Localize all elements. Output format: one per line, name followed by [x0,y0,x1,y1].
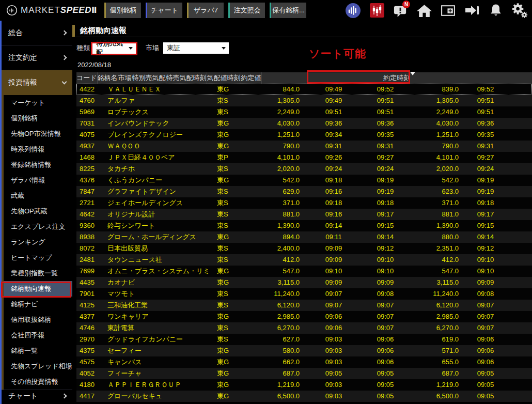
cell-executed-time: 09:05 [465,391,506,402]
sidebar-submenu-item[interactable]: 銘柄一覧 [4,343,72,359]
sidebar-submenu-item[interactable]: 武蔵 [4,188,72,204]
table-row[interactable]: 4417 グローバルセキュ 東G 6,500.0 09:03 09:05 6,5… [76,391,532,402]
notification-message-icon[interactable]: N [392,2,409,19]
home-icon[interactable] [416,2,433,19]
table-row[interactable]: 5969 ロブテックス 東S 2,249.0 09:51 09:51 2,249… [76,106,532,118]
table-header-cell[interactable]: コード [76,72,98,84]
table-row[interactable]: 9360 鈴与シンワート 東S 1,390.0 09:14 09:15 1,39… [76,220,532,231]
table-row[interactable]: 4575 キャンバス 東G 662.0 09:03 09:06 655.0 09… [76,356,532,368]
table-header-cell[interactable]: 銘柄名 [98,72,118,84]
table-row[interactable]: 2481 タウンニュース社 東S 412.0 09:09 09:10 412.0… [76,254,532,266]
table-row[interactable]: 4435 カオナビ 東G 3,115.0 09:09 09:09 3,115.0… [76,277,532,288]
sidebar-submenu-item[interactable]: ザラバ情報 [4,173,72,188]
sidebar-submenu-item[interactable]: ランキング [4,235,72,250]
table-row[interactable]: 4180 ＡＰＰＩＥＲＧＲＯＵＰ 東G 1,219.0 09:03 09:05 … [76,379,532,391]
topbar-tab[interactable]: ザラバ7 [187,3,224,18]
cell-executed-time: 09:10 [465,266,506,277]
table-row[interactable]: 4376 くふうカンパニー 東G 542.0 09:18 09:19 542.0… [76,175,532,186]
candlestick-chart-icon[interactable] [368,2,385,19]
cell-quote-time: 09:18 [359,197,411,209]
logout-icon[interactable] [463,2,480,19]
cell-executed-price: 687.0 [411,368,465,379]
sidebar-item-general[interactable]: 総合 [2,21,72,45]
sort-indicator-icon[interactable] [410,72,415,75]
table-header-cell[interactable]: 約定時刻 [262,72,532,84]
sidebar-submenu-item[interactable]: 会社四季報 [4,328,72,343]
cell-code: 7901 [76,288,106,300]
sidebar-submenu-item[interactable]: 時系列情報 [4,142,72,157]
table-row[interactable]: 2721 ジェイホールディングス 東S 371.0 09:18 09:18 37… [76,197,532,209]
cell-code: 4435 [76,277,106,288]
table-row[interactable]: 7031 インバウンドテック 東G 4,030.0 09:36 09:36 4,… [76,118,532,129]
table-header-cell[interactable]: 特別売気配 [132,72,166,84]
table-row[interactable]: 7901 マツモト 東S 11,240.0 09:07 09:08 11,240… [76,288,532,300]
table-row[interactable]: 4760 アルファ 東S 1,305.0 09:49 09:51 1,305.0… [76,95,532,106]
table-row[interactable]: 4746 東計電算 東S 6,270.0 09:06 09:07 6,270.0… [76,322,532,334]
cell-stock-name: くふうカンパニー [106,175,212,186]
topbar-tab[interactable]: 保有銘柄... [270,3,306,18]
sidebar-item-orders[interactable]: 注文約定 [2,45,72,70]
table-row[interactable]: 8938 グローム・ホールディングス 東G 894.0 09:11 09:14 … [76,231,532,243]
cell-market: 東S [212,254,237,266]
sidebar-submenu-item[interactable]: 先物OP市況情報 [4,126,72,142]
sidebar-item-label: 投資情報 [8,78,37,87]
table-header-cell[interactable]: 市場 [118,72,132,84]
table-row[interactable]: 4937 ＷＡＱＯＯ 東G 790.0 09:31 09:31 790.0 09… [76,141,532,152]
sidebar-submenu-item[interactable]: 業種別指数一覧 [4,266,72,281]
bell-icon[interactable] [487,2,504,19]
table-row[interactable]: 7699 オムニ・プラス・システム・リミ 東G 547.0 09:10 09:1… [76,266,532,277]
topbar-tab[interactable]: 注文照会 [228,3,265,18]
cell-special-quote-time: 09:18 [308,175,359,186]
cell-market: 東S [212,186,237,197]
cell-code: 4422 [76,84,106,95]
table-row[interactable]: 1468 ＪＰＸ日経４００ベア 東P 4,101.0 09:26 09:27 4… [76,152,532,163]
sidebar-submenu-item[interactable]: 信用取扱銘柄 [4,312,72,328]
sidebar-submenu-item[interactable]: 先物スプレッド相場表 [4,359,72,374]
cell-executed-price: 1,305.0 [411,95,465,106]
market-dropdown[interactable]: 東証 [163,42,229,54]
sidebar-submenu-item[interactable]: 先物OP武蔵 [4,204,72,219]
cell-stock-name: キャンバス [106,356,212,368]
table-row[interactable]: 7847 グラファイトデザイン 東S 629.0 09:16 09:19 623… [76,186,532,197]
market-pulse-icon[interactable] [345,2,362,19]
sidebar-submenu-item[interactable]: ヒートマップ [4,250,72,266]
sidebar-submenu-item[interactable]: マーケット [4,95,72,111]
cell-special-ask-quote: 2,020.0 [237,163,308,175]
add-window-icon[interactable] [440,2,457,19]
cell-special-ask-quote: 1,305.0 [237,95,308,106]
cell-special-ask-quote: 2,985.0 [237,311,308,322]
table-row[interactable]: 4377 ワンキャリア 東G 2,985.0 09:06 09:07 2,985… [76,311,532,322]
cell-code: 4937 [76,141,106,152]
topbar-tab[interactable]: 個別銘柄 [104,3,141,18]
table-row[interactable]: 4075 ブレインズテクノロジー 東G 1,251.0 09:34 09:35 … [76,129,532,141]
cell-code: 4377 [76,311,106,322]
table-header-cell[interactable]: 気配値時刻 [207,72,241,84]
cell-market: 東S [212,220,237,231]
table-row[interactable]: 4422 ＶＡＬＵＥＮＥＸ 東G 844.0 09:49 09:52 839.0… [76,84,532,95]
sidebar-submenu-item[interactable]: エクスプレス注文 [4,219,72,235]
cell-special-ask-quote: 662.0 [237,356,308,368]
table-header-cell[interactable]: 約定値 [241,72,262,84]
cell-market: 東S [212,243,237,254]
table-row[interactable]: 4125 三和油化工業 東S 6,120.0 09:07 09:07 6,120… [76,300,532,311]
cell-executed-price: 2,249.0 [411,106,465,118]
sidebar-submenu-item[interactable]: 個別銘柄 [4,111,72,126]
sidebar-submenu-item[interactable]: 銘柄動向速報 [4,281,72,297]
sidebar-submenu-item[interactable]: その他投資情報 [4,374,72,390]
sidebar-item-chart[interactable]: チャート [2,390,72,402]
cell-executed-price: 2,020.0 [411,163,465,175]
table-row[interactable]: 4375 セーフィー 東G 580.0 09:03 09:06 571.0 09… [76,345,532,356]
type-dropdown[interactable]: 特別売気配 [92,42,136,54]
table-row[interactable]: 2970 グッドライフカンパニー 東S 627.0 09:03 09:06 61… [76,334,532,345]
table-row[interactable]: 8072 日本出版貿易 東S 2,400.0 09:09 09:12 2,351… [76,243,532,254]
topbar-tab[interactable]: チャート [146,3,182,18]
table-row[interactable]: 4052 フィーチャ 東G 687.0 09:05 09:05 687.0 09… [76,368,532,379]
sidebar-submenu-item[interactable]: 登録銘柄情報 [4,157,72,173]
sidebar-submenu-item[interactable]: 銘柄ナビ [4,297,72,312]
settings-icon[interactable] [511,2,528,19]
table-row[interactable]: 8225 タカチホ 東S 2,020.0 09:24 09:24 2,020.0… [76,163,532,175]
cell-quote-time: 09:27 [359,152,411,163]
table-header-cell[interactable]: 特売気配時刻 [166,72,207,84]
sidebar-item-investment-info[interactable]: 投資情報 [2,70,72,95]
table-row[interactable]: 4642 オリジナル設計 東S 881.0 09:16 09:17 881.0 … [76,209,532,220]
